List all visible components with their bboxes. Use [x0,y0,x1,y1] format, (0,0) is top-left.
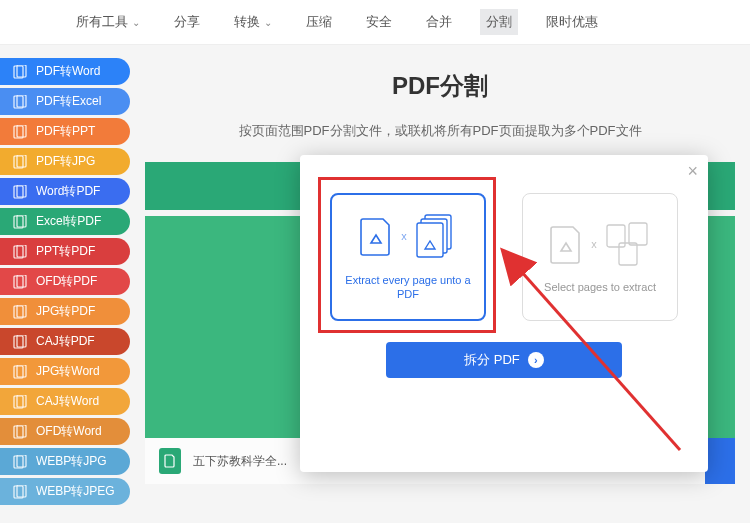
option-label: Select pages to extract [544,281,656,293]
svg-rect-33 [607,225,625,247]
svg-rect-35 [619,243,637,265]
option-select-pages[interactable]: x Select pages to extract [522,193,678,321]
close-icon[interactable]: × [687,161,698,182]
x-icon: x [401,230,407,242]
split-pdf-button[interactable]: 拆分 PDF › [386,342,622,378]
arrow-right-icon: › [528,352,544,368]
split-options-modal: × x Extract every page unto a PDF x Sele… [300,155,708,472]
svg-rect-34 [629,223,647,245]
option-label: Extract every page unto a PDF [342,273,474,302]
x-icon: x [591,238,597,250]
option-extract-every-page[interactable]: x Extract every page unto a PDF [330,193,486,321]
pdf-stack-icon: x [359,213,457,259]
pdf-pages-icon: x [549,221,651,267]
